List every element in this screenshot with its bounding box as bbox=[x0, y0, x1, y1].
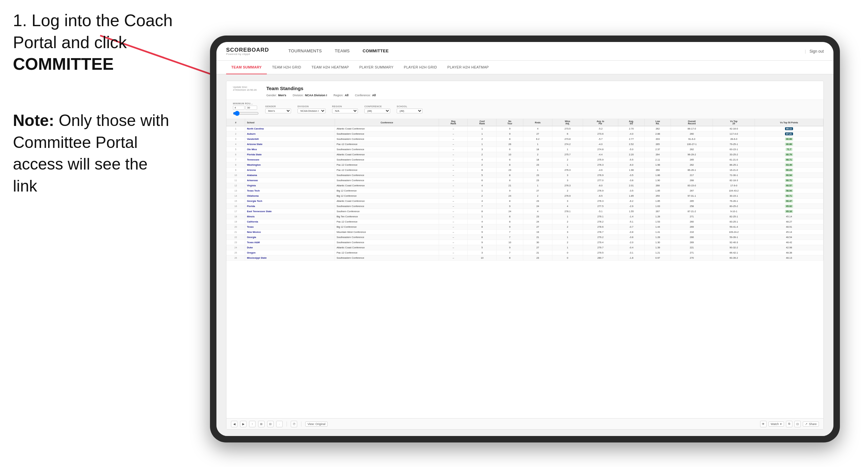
cell-rank: 10 bbox=[226, 173, 245, 178]
cell-school: Tennessee bbox=[245, 157, 335, 162]
sub-nav-team-h2h-grid[interactable]: TEAM H2H GRID bbox=[267, 61, 306, 74]
cell-conf-rank: 6 bbox=[468, 178, 497, 183]
cell-low-rd: 1.98 bbox=[645, 162, 671, 167]
cell-conference: Southern Conference bbox=[335, 209, 439, 214]
table-row: 10 Alabama Southeastern Conference – 5 8… bbox=[226, 173, 824, 178]
cell-record: 16-21-0 bbox=[713, 167, 754, 173]
toolbar-extra-1[interactable]: ⧉ bbox=[786, 421, 793, 427]
conference-select[interactable]: (All) bbox=[364, 108, 390, 113]
cell-avg: 279.1 bbox=[583, 214, 618, 219]
cell-wins: 4 bbox=[552, 204, 583, 209]
watch-btn[interactable]: Watch ▾ bbox=[769, 422, 784, 427]
toolbar-extra-2[interactable]: ⊡ bbox=[794, 421, 801, 427]
cell-score: 80.88 bbox=[754, 142, 823, 147]
cell-score: 48.54 bbox=[754, 235, 823, 240]
division-select[interactable]: NCAA Division I bbox=[298, 108, 326, 113]
cell-overall: 269 bbox=[671, 240, 713, 245]
cell-rank: 3 bbox=[226, 136, 245, 142]
cell-score: 60.94 bbox=[754, 173, 823, 178]
cell-conf-rank: 7 bbox=[468, 204, 497, 209]
cell-conference: Big 12 Conference bbox=[335, 224, 439, 229]
sub-nav-player-h2h-grid[interactable]: PLAYER H2H GRID bbox=[399, 61, 442, 74]
cell-rank: 15 bbox=[226, 198, 245, 204]
sub-nav-player-summary[interactable]: PLAYER SUMMARY bbox=[354, 61, 399, 74]
sub-nav-player-h2h-heatmap[interactable]: PLAYER H2H HEATMAP bbox=[442, 61, 494, 74]
toolbar-clock[interactable]: ⏱ bbox=[291, 421, 297, 427]
filter-region: Region: All bbox=[333, 94, 348, 97]
cell-sg: -0.7 bbox=[618, 224, 645, 229]
nav-item-teams[interactable]: TEAMS bbox=[328, 42, 356, 61]
cell-conf-rank: 3 bbox=[468, 250, 497, 255]
cell-wins: 1 bbox=[552, 147, 583, 152]
cell-avg: -5.2 bbox=[583, 126, 618, 131]
toolbar-btn-6[interactable]: · bbox=[276, 421, 283, 427]
cell-score: 45.14 bbox=[754, 229, 823, 235]
cell-wins: 274.2 bbox=[552, 142, 583, 147]
cell-record: 104-43-2 bbox=[713, 188, 754, 193]
cell-wins: 2 bbox=[552, 188, 583, 193]
cell-score: 65.16 bbox=[754, 209, 823, 214]
cell-rank: 25 bbox=[226, 250, 245, 255]
cell-sg: -3.1 bbox=[618, 250, 645, 255]
cell-conf-rank: 3 bbox=[468, 147, 497, 152]
share-btn[interactable]: ↗ Share bbox=[803, 422, 819, 427]
control-division: Division NCAA Division I bbox=[298, 105, 326, 113]
cell-low-rd: 1.86 bbox=[645, 173, 671, 178]
nav-item-tournaments[interactable]: TOURNAMENTS bbox=[282, 42, 328, 61]
cell-conference: Atlantic Coast Conference bbox=[335, 126, 439, 131]
col-vs-top50: Vs Top 50 Points bbox=[754, 119, 823, 126]
toolbar-btn-1[interactable]: ◀ bbox=[231, 421, 238, 427]
cell-conference: Atlantic Coast Conference bbox=[335, 152, 439, 157]
cell-school: Alabama bbox=[245, 173, 335, 178]
toolbar-btn-5[interactable]: ⊟ bbox=[267, 421, 274, 427]
cell-sg: 2.20 bbox=[618, 152, 645, 157]
toolbar-btn-3[interactable]: ↑ bbox=[249, 421, 255, 427]
cell-conference: Pac-12 Conference bbox=[335, 219, 439, 224]
sub-nav-team-summary[interactable]: TEAM SUMMARY bbox=[226, 61, 267, 74]
cell-record: 109-24-2 bbox=[713, 229, 754, 235]
cell-sg: -5.0 bbox=[618, 147, 645, 152]
cell-avg: -5.7 bbox=[583, 136, 618, 142]
cell-overall: 262 bbox=[671, 147, 713, 152]
nav-item-committee[interactable]: COMMITTEE bbox=[356, 42, 395, 61]
cell-overall: 269 bbox=[671, 224, 713, 229]
cell-conf-rank: 8 bbox=[468, 235, 497, 240]
cell-overall: 100-27-1 bbox=[671, 142, 713, 147]
cell-overall: 265 bbox=[671, 157, 713, 162]
main-content: Update time: 27/03/2024 16:56:26 Team St… bbox=[216, 74, 833, 436]
min-rounds-input-1[interactable] bbox=[233, 105, 245, 110]
view-original-btn[interactable]: View: Original bbox=[305, 422, 328, 427]
watch-icon[interactable]: 👁 bbox=[760, 421, 767, 427]
cell-rank: 16 bbox=[226, 204, 245, 209]
cell-rnds: 18 bbox=[523, 147, 552, 152]
nav-bar: SCOREBOARD Powered by clippd TOURNAMENTS… bbox=[216, 42, 833, 61]
table-row: 17 East Tennessee State Southern Confere… bbox=[226, 209, 824, 214]
logo-sub: Powered by clippd bbox=[226, 53, 269, 56]
cell-avg: 279.7 bbox=[583, 245, 618, 250]
cell-conf-rank: 2 bbox=[468, 136, 497, 142]
cell-score: 48.42 bbox=[754, 240, 823, 245]
cell-reg-rank: – bbox=[439, 178, 468, 183]
gender-select[interactable]: Men's bbox=[265, 108, 291, 113]
cell-reg-rank: – bbox=[439, 235, 468, 240]
cell-score: 89.11 bbox=[754, 126, 823, 131]
cell-school: Illinois bbox=[245, 214, 335, 219]
school-select[interactable]: (All) bbox=[397, 108, 423, 113]
min-rounds-slider[interactable] bbox=[233, 111, 259, 116]
sub-nav-team-h2h-heatmap[interactable]: TEAM H2H HEATMAP bbox=[306, 61, 354, 74]
sign-out-link[interactable]: Sign out bbox=[809, 49, 824, 54]
cell-avg: 278.6 bbox=[583, 224, 618, 229]
cell-rnds: 2 bbox=[523, 152, 552, 157]
cell-record: 9-10-1 bbox=[713, 209, 754, 214]
table-row: 26 Mississippi State Southeastern Confer… bbox=[226, 255, 824, 261]
region-select[interactable]: N/A bbox=[332, 108, 358, 113]
min-rounds-input-2[interactable] bbox=[246, 105, 257, 110]
cell-reg-rank: – bbox=[439, 167, 468, 173]
toolbar-btn-4[interactable]: ⊞ bbox=[258, 421, 265, 427]
cell-reg-rank: – bbox=[439, 157, 468, 162]
toolbar-btn-2[interactable]: ▶ bbox=[240, 421, 246, 427]
cell-no-tour: 8 bbox=[497, 198, 523, 204]
cell-avg: 276.9 bbox=[583, 188, 618, 193]
table-row: 5 Ole Miss Southeastern Conference – 3 6… bbox=[226, 147, 824, 152]
cell-conf-rank: 4 bbox=[468, 219, 497, 224]
